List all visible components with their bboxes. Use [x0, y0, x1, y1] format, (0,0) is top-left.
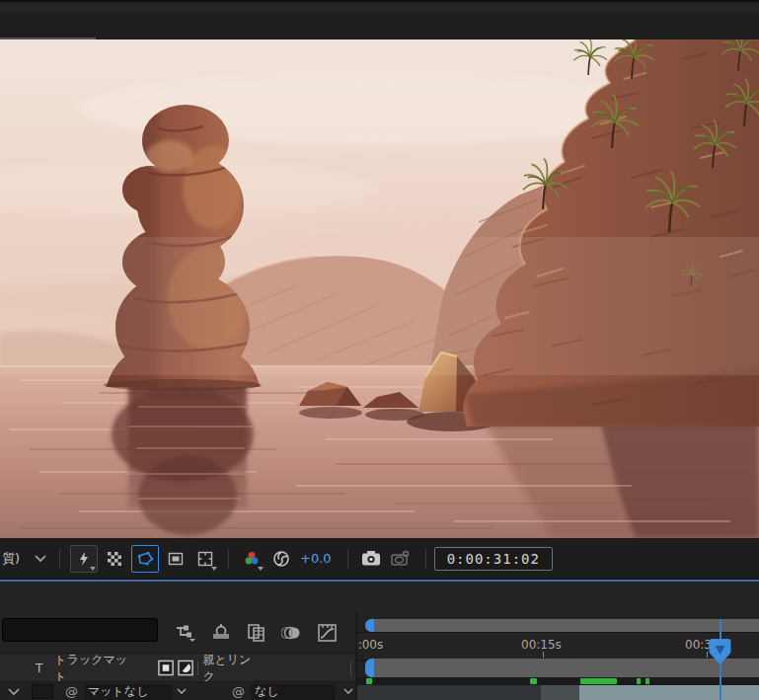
column-separator: [197, 661, 198, 675]
adjust-exposure-button[interactable]: [268, 546, 294, 572]
ruler-label-0s: 0:00s: [357, 638, 383, 652]
track-matte-pick-whip-icon[interactable]: @: [65, 685, 78, 698]
caret-icon: [211, 567, 217, 571]
navigator-start-handle[interactable]: [365, 619, 374, 632]
grid-guides-icon: [197, 551, 213, 567]
region-of-interest-button[interactable]: [163, 546, 189, 572]
timeline-search-input[interactable]: [2, 618, 158, 642]
motion-blur-button[interactable]: [277, 621, 307, 645]
parent-pick-whip-icon[interactable]: @: [232, 685, 245, 698]
shy-button[interactable]: [206, 621, 236, 645]
graph-editor-button[interactable]: [313, 621, 342, 645]
show-snapshot-button[interactable]: [388, 546, 414, 572]
region-of-interest-icon: [168, 551, 184, 567]
frame-blending-icon: [246, 623, 267, 643]
alpha-matte-icon[interactable]: [158, 660, 174, 676]
separator: [228, 549, 229, 569]
resolution-dropdown[interactable]: 質): [2, 550, 51, 568]
chevron-down-icon: [30, 553, 51, 565]
timeline-layer-controls: T トラックマット 親とリンク @: [0, 613, 355, 700]
layer-row[interactable]: @ マットなし @ なし: [0, 681, 355, 700]
panel-gap: [0, 582, 759, 613]
playhead-handle[interactable]: [708, 638, 732, 666]
layer-bar[interactable]: [579, 685, 759, 700]
motion-blur-icon: [281, 623, 303, 643]
grid-and-guides-button[interactable]: [192, 546, 218, 572]
work-area-bar[interactable]: [365, 659, 759, 677]
timeline-navigator-bar[interactable]: [365, 619, 759, 632]
composition-panel-pasteboard: [0, 13, 759, 39]
rgb-channels-icon: [243, 550, 261, 568]
fast-previews-button[interactable]: [70, 545, 98, 573]
frame-blending-button[interactable]: [242, 621, 271, 645]
camera-icon: [360, 550, 382, 567]
caret-icon: [258, 567, 264, 571]
timeline-column-headers: T トラックマット 親とリンク: [0, 653, 355, 682]
separator: [425, 549, 426, 569]
exposure-value[interactable]: +0.0: [300, 551, 332, 566]
show-snapshot-icon: [390, 550, 412, 567]
layer-duration-track: [357, 685, 759, 700]
parent-value: なし: [255, 683, 279, 700]
after-effects-window: 質): [0, 0, 759, 700]
mini-flowchart-icon: [175, 623, 196, 643]
work-area-start-handle[interactable]: [365, 659, 374, 677]
transparency-grid-button[interactable]: [102, 546, 127, 572]
mask-outline-icon: [136, 551, 154, 567]
graph-editor-icon: [317, 623, 339, 643]
take-snapshot-button[interactable]: [358, 546, 384, 572]
caret-icon: [90, 567, 96, 571]
composition-viewport[interactable]: [0, 39, 759, 538]
column-separator: [350, 661, 351, 675]
rendered-frames-indicator: [357, 677, 759, 685]
exposure-aperture-icon: [272, 550, 290, 568]
composition-toolbar: 質): [0, 538, 759, 580]
mini-flowchart-button[interactable]: [171, 621, 200, 645]
column-preserve-transparency[interactable]: T: [36, 661, 42, 675]
timeline-time-area: 0:00s 00:15s 00:30s: [357, 613, 759, 700]
column-parent-link[interactable]: 親とリンク: [202, 652, 260, 685]
track-matte-value: マットなし: [88, 683, 148, 700]
column-track-matte[interactable]: トラックマット: [54, 652, 134, 685]
lightning-icon: [76, 551, 92, 567]
chevron-down-icon[interactable]: [342, 687, 355, 697]
rendered-scene-canyon-lagoon: [0, 39, 759, 538]
layer-bar-segment[interactable]: [541, 685, 579, 700]
timeline-panel: T トラックマット 親とリンク @: [0, 613, 759, 700]
timecode-display[interactable]: 0:00:31:02: [434, 547, 553, 571]
luma-matte-icon[interactable]: [178, 660, 193, 676]
shy-icon: [210, 623, 232, 643]
atmospheric-haze: [0, 237, 759, 375]
timeline-toolbar-row: [0, 613, 355, 653]
separator: [59, 549, 60, 569]
expand-chevron-icon[interactable]: [6, 687, 22, 697]
resolution-label: 質): [2, 550, 20, 568]
chevron-down-icon[interactable]: [175, 687, 189, 697]
timeline-toggle-buttons: [168, 613, 355, 653]
separator: [347, 549, 348, 569]
track-matte-dropdown[interactable]: マットなし: [84, 684, 173, 700]
mask-and-shape-paths-button[interactable]: [131, 545, 159, 573]
layer-toggle-cell[interactable]: [32, 684, 53, 699]
checkerboard-icon: [107, 551, 122, 567]
ruler-label-15s: 00:15s: [521, 638, 562, 652]
ruler-tick: [543, 652, 544, 658]
show-channels-button[interactable]: [239, 546, 265, 572]
parent-dropdown[interactable]: なし: [251, 684, 336, 700]
time-ruler[interactable]: 0:00s 00:15s 00:30s: [357, 632, 759, 661]
